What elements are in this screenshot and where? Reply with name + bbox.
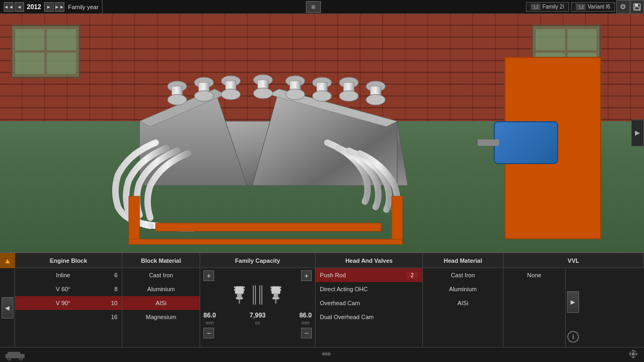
family2-year: '12 [531,4,540,10]
svg-rect-50 [273,297,279,299]
info-btn[interactable]: ℹ [567,331,579,343]
svg-rect-38 [236,297,243,299]
svg-rect-53 [280,286,281,288]
aluminium-row[interactable]: Aluminium [122,282,200,296]
svg-point-58 [8,357,11,360]
svg-point-64 [632,352,635,356]
bore-minus-btn[interactable]: − [203,328,214,338]
svg-point-67 [635,353,638,355]
svg-rect-40 [234,286,235,288]
window-left [11,25,80,78]
panel-left-nav: ◄ [0,268,15,347]
svg-rect-1 [635,4,638,6]
svg-point-19 [339,91,358,101]
pushrod-row[interactable]: Push Rod 2 [316,268,422,282]
first-year-btn[interactable]: ◄◄ [4,2,13,12]
center-engine-icon [321,349,332,359]
svg-rect-43 [244,289,245,291]
head-material-header: Head Material [423,253,503,268]
hm-alsi-row[interactable]: AISi [423,296,503,310]
viewport-right-arrow[interactable]: ► [631,120,644,146]
panel-right-nav: ► ℹ [565,268,580,347]
hm-aluminium-row[interactable]: Aluminium [423,282,503,296]
svg-rect-33 [392,196,402,245]
stroke-value-group: 86.0 mm [299,310,312,326]
engine-16-row[interactable]: 16 [15,310,122,324]
vvl-header: VVL [503,253,644,268]
car-icon-area [4,350,26,360]
stroke-plus-btn[interactable]: + [301,270,312,281]
engine-v90-row[interactable]: V 90° 10 [15,296,122,310]
svg-point-59 [19,357,23,360]
svg-rect-42 [234,289,235,291]
hm-cast-iron-row[interactable]: Cast Iron [423,268,503,282]
dohc-row[interactable]: Direct Acting OHC [316,282,422,296]
settings-btn[interactable]: ⚙ [616,0,630,14]
piston-icon-left [230,285,249,305]
variant-tag[interactable]: '12 Variant I6 [571,2,615,12]
svg-rect-48 [272,286,280,294]
engine-block-col: Inline 6 V 60° 8 V 90° 10 16 [15,268,122,347]
svg-point-69 [632,356,634,358]
engine-block-header: Engine Block [15,253,122,268]
displacement-value-group: 7,993 cc [250,310,266,326]
piston-icon-middle [251,285,264,305]
engine-3d-model [86,35,462,245]
panel-left-arrow[interactable]: ◄ [2,297,13,319]
status-bar [0,347,644,362]
alsi-row[interactable]: AISi [122,296,200,310]
head-valves-col: Push Rod 2 Direct Acting OHC Overhead Ca… [316,268,423,347]
head-valves-header: Head And Valves [316,253,423,268]
displacement-value: 7,993 [250,312,266,319]
bottom-right-icon[interactable] [627,348,640,363]
svg-rect-34 [156,223,381,231]
svg-point-28 [221,89,240,100]
vvl-none-row[interactable]: None [503,268,565,282]
last-year-btn[interactable]: ►► [55,2,64,12]
center-gear-icon [321,349,332,361]
engine-inline-row[interactable]: Inline 6 [15,268,122,282]
family-year-label: Family year [68,4,99,10]
svg-rect-49 [274,294,278,297]
block-material-header: Block Material [122,253,200,268]
svg-rect-57 [8,352,20,356]
head-material-col: Cast Iron Aluminium AISi [423,268,503,347]
panel-header-row: ▲ Engine Block Block Material Family Cap… [0,253,644,268]
svg-point-31 [253,88,273,99]
svg-rect-32 [129,196,140,245]
svg-rect-52 [270,286,272,288]
bore-plus-btn[interactable]: + [203,270,214,281]
nav-grid-btn[interactable]: ⊞ [306,1,321,13]
dual-ohc-row[interactable]: Dual Overhead Cam [316,310,422,324]
ohc-row[interactable]: Overhead Cam [316,296,422,310]
stroke-minus-btn[interactable]: − [301,328,312,338]
displacement-unit: cc [250,320,266,326]
svg-rect-63 [321,353,331,354]
variant-name: Variant I6 [588,4,610,10]
settings-gear-icon [627,348,640,360]
car-status-icon [4,350,26,360]
stroke-unit: mm [299,320,312,326]
year-navigation: ◄◄ ◄ 2012 ► ►► Family year [0,0,103,13]
variant-year: '12 [576,4,586,10]
bore-unit: mm [203,320,216,326]
svg-rect-54 [270,289,272,291]
family2-tag[interactable]: '12 Family 2I [526,2,569,12]
collapse-panel-btn[interactable]: ▲ [0,253,15,268]
panel-right-arrow[interactable]: ► [567,291,579,313]
block-material-col: Cast Iron Aluminium AISi Magnesium [122,268,200,347]
magnesium-row[interactable]: Magnesium [122,310,200,324]
stroke-value: 86.0 [299,312,312,319]
current-year: 2012 [27,3,41,11]
family-capacity-header: Family Capacity [200,253,316,268]
vvl-col: None [503,268,565,347]
next-year-btn[interactable]: ► [44,2,54,12]
svg-point-16 [312,91,332,101]
save-btn[interactable] [630,0,644,14]
engine-v60-row[interactable]: V 60° 8 [15,282,122,296]
cast-iron-row[interactable]: Cast Iron [122,268,200,282]
svg-rect-37 [237,294,241,297]
svg-rect-41 [244,286,245,288]
prev-year-btn[interactable]: ◄ [14,2,24,12]
family-capacity-col: + + [200,268,316,347]
